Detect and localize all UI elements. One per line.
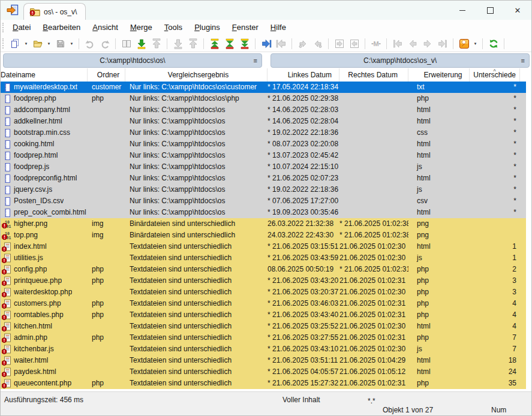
column-header-filler <box>520 68 526 82</box>
folder-cell: php <box>88 309 125 321</box>
table-row[interactable]: kitchen.htmlTextdateien sind unterschied… <box>1 321 526 332</box>
right-date-cell: 21.06.2025 01:02:30 <box>339 343 408 355</box>
column-header-erweiterung[interactable]: Erweiterung <box>408 68 470 82</box>
column-header-vergleichsergebnis[interactable]: Vergleichsergebnis <box>125 68 267 82</box>
right-path-menu-icon[interactable]: ≡ <box>521 54 525 67</box>
file-name-cell: roomtables.php <box>1 309 88 321</box>
menu-item-merge[interactable]: Merge <box>124 20 158 35</box>
left-path-menu-icon[interactable]: ≡ <box>254 54 257 67</box>
left-date-cell: 26.03.2022 21:32:38 <box>267 218 339 230</box>
options-button-dropdown[interactable]: ▼ <box>472 37 479 50</box>
column-header-dateiname[interactable]: Dateiname <box>1 68 88 82</box>
column-header-ordner[interactable]: Ordner <box>88 68 125 82</box>
table-row[interactable]: foodprep.phpphpNur links: C:\xampp\htdoc… <box>1 93 526 104</box>
left-path-header[interactable]: C:\xampp\htdocs\os\ ≡ <box>3 53 262 68</box>
table-row[interactable]: roomtables.phpphpTextdateien sind unters… <box>1 309 526 321</box>
table-row[interactable]: utilities.jsTextdateien sind unterschied… <box>1 252 526 264</box>
extension-cell: html <box>408 207 470 218</box>
table-row[interactable]: mywaiterdesktop.txtcustomerNur links: C:… <box>1 82 526 93</box>
left-only-file-icon <box>2 105 11 115</box>
table-row[interactable]: bootstrap.min.cssNur links: C:\xampp\htd… <box>1 127 526 138</box>
file-name-cell: cooking.html <box>1 138 88 150</box>
table-row[interactable]: foodprepconfig.htmlNur links: C:\xampp\h… <box>1 173 526 184</box>
table-row[interactable]: waiterdesktop.phpTextdateien sind unters… <box>1 287 526 298</box>
menu-item-bearbeiten[interactable]: Bearbeiten <box>37 20 86 35</box>
minimize-icon[interactable] <box>449 1 476 20</box>
table-row[interactable]: prep_cook_combi.htmlNur links: C:\xampp\… <box>1 207 526 218</box>
refresh-button[interactable] <box>486 37 500 50</box>
differences-cell: * <box>470 150 520 161</box>
table-row[interactable]: Posten_IDs.csvNur links: C:\xampp\htdocs… <box>1 195 526 207</box>
table-row[interactable]: cooking.htmlNur links: C:\xampp\htdocs\o… <box>1 138 526 150</box>
extension-cell: html <box>408 104 470 116</box>
text-diff-icon <box>2 379 11 388</box>
menu-item-plugins[interactable]: Plugins <box>188 20 226 35</box>
left-date-cell: * 14.06.2025 02:28:04 <box>267 116 339 127</box>
table-row[interactable]: kitchenbar.jsTextdateien sind unterschie… <box>1 343 526 355</box>
left-date-cell: * 21.06.2025 03:43:40 <box>267 309 339 321</box>
column-header-linkes-datum[interactable]: Linkes Datum <box>267 68 339 82</box>
text-diff-icon <box>2 299 11 309</box>
folder-compare-tab[interactable]: os\ - os_v\ <box>23 3 86 20</box>
folder-cell <box>88 252 125 264</box>
right-date-cell: 21.06.2025 01:02:30 <box>339 241 408 252</box>
differences-cell: 7 <box>470 343 520 355</box>
copy-right-button[interactable] <box>134 37 148 50</box>
table-row[interactable]: foodprep.jsNur links: C:\xampp\htdocs\os… <box>1 161 526 173</box>
right-date-cell <box>339 150 408 161</box>
text-diff-icon <box>2 333 11 343</box>
table-row[interactable]: addcompany.htmlNur links: C:\xampp\htdoc… <box>1 104 526 116</box>
differences-cell: 3 <box>470 275 520 287</box>
compare-result-cell: Binärdateien sind unterschiedlich <box>125 218 267 230</box>
right-path-header[interactable]: C:\xampp\htdocs\os_v\ ≡ <box>270 53 530 68</box>
table-row[interactable]: 1001top.pngimgBinärdateien sind untersch… <box>1 230 526 241</box>
new-button[interactable] <box>8 37 22 50</box>
open-button[interactable] <box>31 37 44 50</box>
next-difference-button[interactable] <box>238 37 251 50</box>
menu-item-ansicht[interactable]: Ansicht <box>86 20 124 35</box>
table-row[interactable]: waiter.htmlTextdateien sind unterschiedl… <box>1 355 526 366</box>
table-row[interactable]: paydesk.htmlTextdateien sind unterschied… <box>1 366 526 378</box>
table-row[interactable]: config.phpphpTextdateien sind unterschie… <box>1 264 526 275</box>
table-row[interactable]: customers.phpphpTextdateien sind untersc… <box>1 298 526 309</box>
menu-item-tools[interactable]: Tools <box>158 20 188 35</box>
menu-item-fenster[interactable]: Fenster <box>226 20 265 35</box>
file-name-cell: customers.php <box>1 298 88 309</box>
save-button-dropdown[interactable]: ▼ <box>68 37 75 50</box>
differences-cell: * <box>470 82 520 93</box>
right-date-cell: 21.06.2025 01:02:30 <box>339 252 408 264</box>
table-row[interactable]: foodprep.htmlNur links: C:\xampp\htdocs\… <box>1 150 526 161</box>
options-button[interactable] <box>457 37 471 50</box>
compare-result-cell: Textdateien sind unterschiedlich <box>125 355 267 366</box>
table-row[interactable]: index.htmlTextdateien sind unterschiedli… <box>1 241 526 252</box>
table-row[interactable]: 1001higher.pngimgBinärdateien sind unter… <box>1 218 526 230</box>
undo-icon <box>85 38 95 49</box>
small-arrow-right-icon <box>297 38 308 49</box>
maximize-icon[interactable] <box>476 1 504 20</box>
new-button-dropdown[interactable]: ▼ <box>23 37 29 50</box>
next-file-icon <box>422 38 433 49</box>
close-icon[interactable]: ✕ <box>504 1 531 20</box>
table-row[interactable]: queuecontent.phpphpTextdateien sind unte… <box>1 378 526 389</box>
table-row[interactable]: jquery.csv.jsNur links: C:\xampp\htdocs\… <box>1 184 526 195</box>
open-button-dropdown[interactable]: ▼ <box>46 37 52 50</box>
current-difference-button[interactable] <box>223 37 236 50</box>
compare-right-button[interactable] <box>259 37 273 50</box>
folder-cell <box>88 116 125 127</box>
compare-result-cell: Textdateien sind unterschiedlich <box>125 287 267 298</box>
titlebar: os\ - os_v\ ✕ <box>1 1 531 20</box>
compare-result-cell: Textdateien sind unterschiedlich <box>125 275 267 287</box>
file-name-cell: jquery.csv.js <box>1 184 88 195</box>
menu-item-hilfe[interactable]: Hilfe <box>265 20 292 35</box>
column-header-unterschiede[interactable]: Unterschiede^ <box>470 68 520 82</box>
table-row[interactable]: admin.phpphpTextdateien sind unterschied… <box>1 332 526 343</box>
table-row[interactable]: addkellner.htmlNur links: C:\xampp\htdoc… <box>1 116 526 127</box>
file-name-cell: Posten_IDs.csv <box>1 195 88 207</box>
differences-cell: * <box>470 207 520 218</box>
previous-difference-button[interactable] <box>208 37 221 50</box>
menu-item-datei[interactable]: Datei <box>7 20 37 35</box>
statusbar: Ausführungszeit: 456 ms Voller Inhalt *.… <box>1 391 531 415</box>
column-header-rechtes-datum[interactable]: Rechtes Datum <box>339 68 408 82</box>
folder-cell <box>88 366 125 378</box>
table-row[interactable]: printqueue.phpphpTextdateien sind unters… <box>1 275 526 287</box>
